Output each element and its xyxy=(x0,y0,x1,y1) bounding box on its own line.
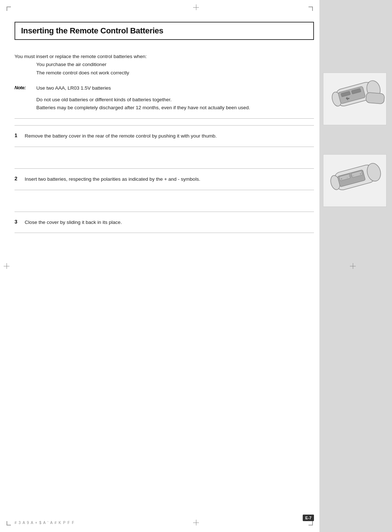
images-column: + - - + xyxy=(323,73,388,207)
step-num-1: 1 xyxy=(15,132,25,138)
note-item-2: Do not use old batteries or different ki… xyxy=(36,96,314,104)
step-text-3: Close the cover by sliding it back in it… xyxy=(25,218,314,226)
corner-mark-bl xyxy=(7,521,11,525)
intro-bullet-1: You purchase the air conditioner xyxy=(36,61,314,69)
title-box: Inserting the Remote Control Batteries xyxy=(15,22,314,40)
remote-image-1 xyxy=(323,73,387,125)
main-content: Inserting the Remote Control Batteries Y… xyxy=(15,22,314,510)
remote-image-2: + - - + xyxy=(323,154,387,207)
step-text-2: Insert two batteries, respecting the pol… xyxy=(25,175,314,183)
remote-svg-2: + - - + xyxy=(325,156,385,205)
note-item-1: Use two AAA, LR03 1.5V batteries xyxy=(36,85,111,92)
step-section-3: 3 Close the cover by sliding it back in … xyxy=(15,212,314,233)
step-row-1: 1 Remove the battery cover in the rear o… xyxy=(15,132,314,140)
cross-right xyxy=(350,263,356,269)
step-row-2: 2 Insert two batteries, respecting the p… xyxy=(15,175,314,183)
remote-svg-1 xyxy=(325,74,385,123)
note-row-1: Note: Use two AAA, LR03 1.5V batteries xyxy=(15,85,314,92)
corner-mark-br xyxy=(309,521,313,525)
page-title: Inserting the Remote Control Batteries xyxy=(21,26,163,35)
step-section-1: 1 Remove the battery cover in the rear o… xyxy=(15,125,314,147)
page-wrapper: Inserting the Remote Control Batteries Y… xyxy=(0,0,392,532)
step-num-3: 3 xyxy=(15,218,25,225)
cross-top xyxy=(193,4,199,10)
step-text-1: Remove the battery cover in the rear of … xyxy=(25,132,314,140)
corner-mark-tl xyxy=(7,7,11,11)
page-number: E-7 xyxy=(303,515,314,521)
corner-mark-tr xyxy=(309,7,313,11)
step-row-3: 3 Close the cover by sliding it back in … xyxy=(15,218,314,226)
intro-section: You must insert or replace the remote co… xyxy=(15,54,314,77)
note-item-3: Batteries may be completely discharged a… xyxy=(36,104,314,112)
cross-left xyxy=(4,263,9,269)
intro-bullet-2: The remote control does not work correct… xyxy=(36,69,314,77)
intro-main-text: You must insert or replace the remote co… xyxy=(15,54,314,59)
footer-code: # 3 A 9 A + $ A ' A # K P F F xyxy=(15,521,75,525)
step-section-2: 2 Insert two batteries, respecting the p… xyxy=(15,168,314,190)
svg-rect-6 xyxy=(366,92,384,104)
note-extra-bullets: Do not use old batteries or different ki… xyxy=(36,96,314,112)
step-num-2: 2 xyxy=(15,175,25,181)
intro-bullets: You purchase the air conditioner The rem… xyxy=(36,61,314,77)
note-label: Note: xyxy=(15,85,36,90)
cross-bottom xyxy=(193,520,199,525)
note-section: Note: Use two AAA, LR03 1.5V batteries D… xyxy=(15,85,314,119)
